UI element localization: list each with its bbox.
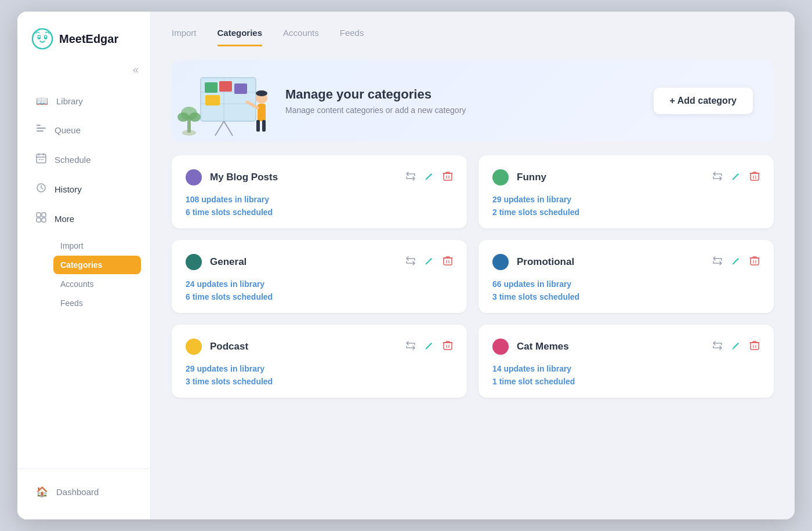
category-updates[interactable]: 29 updates in library xyxy=(492,195,760,204)
svg-point-37 xyxy=(189,112,201,122)
svg-point-9 xyxy=(39,159,40,160)
delete-icon[interactable] xyxy=(749,256,760,269)
category-color-dot xyxy=(492,254,509,270)
hero-illustration xyxy=(172,60,276,141)
shuffle-icon[interactable] xyxy=(712,256,723,269)
category-slots: 6 time slots scheduled xyxy=(186,292,453,301)
category-title-row: My Blog Posts xyxy=(186,169,278,186)
svg-rect-7 xyxy=(37,130,44,132)
edit-icon[interactable] xyxy=(424,171,434,184)
edit-icon[interactable] xyxy=(424,340,434,354)
app-name: MeetEdgar xyxy=(59,32,118,46)
svg-line-25 xyxy=(215,121,224,136)
category-title-row: Cat Memes xyxy=(492,339,569,355)
card-actions xyxy=(712,340,760,354)
edit-icon[interactable] xyxy=(731,256,741,269)
svg-rect-46 xyxy=(444,258,452,265)
delete-icon[interactable] xyxy=(443,171,453,184)
main-content: Import Categories Accounts Feeds xyxy=(151,12,795,519)
category-card-header: My Blog Posts xyxy=(186,169,453,186)
sidebar-nav: 📖 Library Queue Schedule History xyxy=(17,88,150,468)
category-slots: 1 time slot scheduled xyxy=(492,377,760,386)
svg-point-10 xyxy=(41,159,42,160)
edit-icon[interactable] xyxy=(731,340,741,354)
sidebar-logo: MeetEdgar xyxy=(17,12,150,64)
sidebar: MeetEdgar « 📖 Library Queue Schedule xyxy=(17,12,151,519)
category-card-header: Promotional xyxy=(492,254,760,270)
dashboard-icon: 🏠 xyxy=(36,486,48,498)
card-actions xyxy=(405,171,453,184)
svg-rect-14 xyxy=(42,213,46,217)
sidebar-item-feeds[interactable]: Feeds xyxy=(53,294,141,312)
sidebar-item-library[interactable]: 📖 Library xyxy=(27,88,141,115)
sidebar-item-history[interactable]: History xyxy=(27,175,141,203)
card-actions xyxy=(712,256,760,269)
history-icon xyxy=(36,183,46,196)
category-card: Promotional 66 updates in library 3 time… xyxy=(478,240,774,313)
category-name: Funny xyxy=(517,172,546,183)
svg-point-3 xyxy=(38,36,40,38)
category-updates[interactable]: 14 updates in library xyxy=(492,364,760,373)
svg-rect-5 xyxy=(37,125,41,126)
category-title-row: Podcast xyxy=(186,339,248,355)
tab-accounts[interactable]: Accounts xyxy=(283,28,319,46)
collapse-button[interactable]: « xyxy=(133,64,139,76)
svg-rect-58 xyxy=(751,343,759,350)
tab-import[interactable]: Import xyxy=(172,28,197,46)
categories-grid: My Blog Posts 108 updates in library 6 t… xyxy=(151,141,795,419)
svg-rect-29 xyxy=(262,120,266,132)
sidebar-item-label: Library xyxy=(56,96,83,106)
svg-rect-21 xyxy=(205,82,217,93)
delete-icon[interactable] xyxy=(443,340,453,354)
delete-icon[interactable] xyxy=(443,256,453,269)
top-tabs: Import Categories Accounts Feeds xyxy=(151,12,795,46)
edit-icon[interactable] xyxy=(731,171,741,184)
library-icon: 📖 xyxy=(36,95,48,107)
sidebar-item-label: More xyxy=(55,214,74,224)
sidebar-item-queue[interactable]: Queue xyxy=(27,116,141,144)
edit-icon[interactable] xyxy=(424,256,434,269)
category-updates[interactable]: 108 updates in library xyxy=(186,195,453,204)
delete-icon[interactable] xyxy=(749,171,760,184)
svg-rect-42 xyxy=(751,173,759,180)
category-card: Cat Memes 14 updates in library 1 time s… xyxy=(478,325,774,398)
app-container: MeetEdgar « 📖 Library Queue Schedule xyxy=(17,12,795,519)
category-updates[interactable]: 24 updates in library xyxy=(186,279,453,289)
svg-rect-38 xyxy=(444,173,452,180)
sidebar-item-label: History xyxy=(55,184,82,194)
sidebar-item-import[interactable]: Import xyxy=(53,237,141,255)
category-name: General xyxy=(210,256,246,268)
shuffle-icon[interactable] xyxy=(405,256,416,269)
svg-rect-15 xyxy=(37,218,41,222)
hero-subtitle: Manage content categories or add a new c… xyxy=(285,106,654,115)
tab-feeds[interactable]: Feeds xyxy=(340,28,364,46)
sidebar-item-categories[interactable]: Categories xyxy=(53,256,141,274)
more-icon xyxy=(36,212,46,226)
shuffle-icon[interactable] xyxy=(405,171,416,184)
category-card: Podcast 29 updates in library 3 time slo… xyxy=(172,325,467,398)
sidebar-item-more[interactable]: More xyxy=(27,205,141,233)
hero-title: Manage your categories xyxy=(285,87,654,102)
sidebar-item-schedule[interactable]: Schedule xyxy=(27,146,141,174)
sidebar-item-dashboard[interactable]: 🏠 Dashboard xyxy=(27,478,141,505)
add-category-button[interactable]: + Add category xyxy=(654,88,753,114)
shuffle-icon[interactable] xyxy=(405,340,416,354)
svg-rect-50 xyxy=(751,258,759,265)
shuffle-icon[interactable] xyxy=(712,171,723,184)
category-title-row: Funny xyxy=(492,169,546,186)
tab-categories[interactable]: Categories xyxy=(217,28,263,46)
queue-icon xyxy=(36,123,46,137)
category-updates[interactable]: 66 updates in library xyxy=(492,279,760,289)
category-name: My Blog Posts xyxy=(210,172,278,183)
category-color-dot xyxy=(492,339,509,355)
svg-rect-24 xyxy=(205,95,220,106)
shuffle-icon[interactable] xyxy=(712,340,723,354)
svg-rect-28 xyxy=(256,120,260,132)
category-updates[interactable]: 29 updates in library xyxy=(186,364,453,373)
sidebar-collapse: « xyxy=(17,64,150,88)
category-name: Podcast xyxy=(210,341,248,352)
delete-icon[interactable] xyxy=(749,340,760,354)
category-color-dot xyxy=(186,254,202,270)
svg-point-0 xyxy=(32,29,52,49)
sidebar-item-accounts[interactable]: Accounts xyxy=(53,275,141,293)
